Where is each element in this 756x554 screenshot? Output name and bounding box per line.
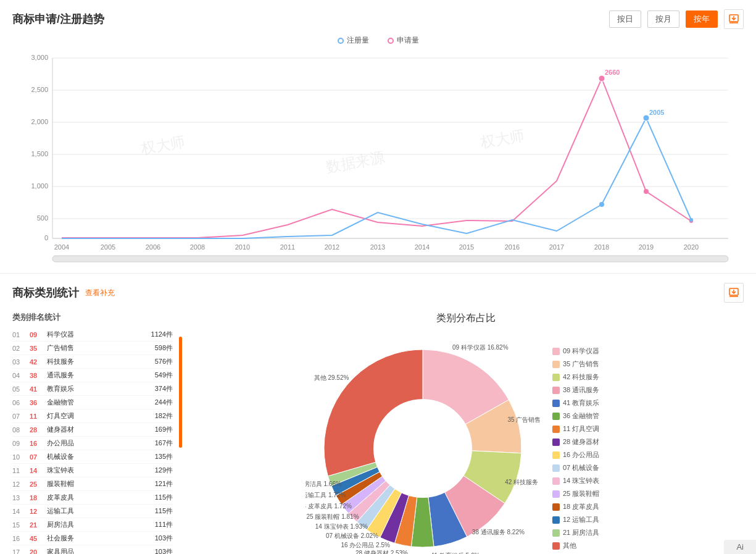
- name-col: 通讯服务: [47, 371, 145, 380]
- table-row: 06 36 金融物管 244件: [12, 396, 173, 409]
- table-row: 12 25 服装鞋帽 121件: [12, 477, 173, 491]
- svg-text:1,000: 1,000: [31, 182, 48, 190]
- count-col: 129件: [145, 466, 173, 475]
- count-col: 115件: [145, 493, 173, 502]
- legend-label: 16 办公用品: [563, 450, 599, 460]
- pie-legend-item: 09 科学仪器: [552, 346, 626, 356]
- rank-col: 11: [12, 467, 30, 474]
- top-header: 商标申请/注册趋势 按日 按月 按年: [12, 9, 744, 29]
- count-col: 598件: [145, 343, 173, 353]
- rank-col: 15: [12, 521, 30, 529]
- svg-text:2,000: 2,000: [31, 118, 48, 125]
- table-row: 08 28 健身器材 169件: [12, 423, 173, 437]
- svg-text:2019: 2019: [639, 243, 654, 251]
- name-col: 皮革皮具: [47, 493, 145, 502]
- svg-text:2005: 2005: [101, 243, 115, 251]
- pie-legend-item: 其他: [552, 541, 626, 550]
- name-col: 金融物管: [47, 398, 145, 407]
- by-month-button[interactable]: 按月: [647, 10, 679, 28]
- by-year-button[interactable]: 按年: [686, 10, 718, 28]
- table-rows-container: 01 09 科学仪器 1124件 02 35 广告销售 598件 03 42 科…: [12, 328, 173, 554]
- count-col: 549件: [145, 371, 173, 380]
- count-col: 103件: [145, 534, 173, 543]
- svg-text:2015: 2015: [459, 243, 474, 251]
- legend-label: 07 机械设备: [563, 463, 599, 472]
- table-row: 11 14 珠宝钟表 129件: [12, 464, 173, 477]
- num-col: 25: [30, 481, 47, 488]
- table-row: 04 38 通讯服务 549件: [12, 369, 173, 382]
- legend-label: 35 广告销售: [563, 359, 599, 369]
- view-supplement-link[interactable]: 查看补充: [85, 288, 115, 298]
- legend-color: [552, 529, 560, 537]
- name-col: 服装鞋帽: [47, 479, 145, 489]
- name-col: 广告销售: [47, 343, 145, 353]
- count-col: 167件: [145, 439, 173, 448]
- legend-label: 14 珠宝钟表: [563, 476, 599, 485]
- rank-col: 10: [12, 453, 30, 461]
- export-button[interactable]: [724, 9, 744, 29]
- legend-label: 25 服装鞋帽: [563, 489, 599, 498]
- num-col: 18: [30, 494, 47, 502]
- num-col: 20: [30, 548, 47, 555]
- svg-text:2011: 2011: [280, 243, 295, 251]
- svg-text:3,000: 3,000: [31, 54, 48, 61]
- count-col: 135件: [145, 452, 173, 461]
- table-row: 09 16 办公用品 167件: [12, 437, 173, 450]
- pie-legend-item: 18 皮革皮具: [552, 502, 626, 511]
- table-row: 13 18 皮革皮具 115件: [12, 491, 173, 505]
- svg-text:2006: 2006: [146, 243, 160, 251]
- bottom-export-icon: [728, 287, 739, 298]
- name-col: 厨房洁具: [47, 520, 145, 529]
- registration-label: 注册量: [347, 35, 369, 46]
- pie-legend-item: 38 通讯服务: [552, 385, 626, 395]
- rank-col: 08: [12, 426, 30, 434]
- legend-color: [552, 477, 560, 485]
- table-header: 类别排名统计: [12, 312, 173, 323]
- name-col: 科学仪器: [47, 330, 145, 339]
- num-col: 38: [30, 372, 47, 379]
- bottom-export-button[interactable]: [724, 283, 744, 303]
- svg-point-39: [644, 189, 649, 194]
- pie-legend-item: 42 科技服务: [552, 372, 626, 382]
- legend-color: [552, 413, 560, 420]
- table-row: 15 21 厨房洁具 111件: [12, 518, 173, 532]
- count-col: 111件: [145, 520, 173, 529]
- name-col: 教育娱乐: [47, 384, 145, 393]
- legend-color: [552, 426, 560, 433]
- svg-text:2016: 2016: [505, 243, 520, 251]
- legend-color: [552, 516, 560, 524]
- svg-text:2018: 2018: [594, 243, 609, 251]
- legend-color: [552, 464, 560, 472]
- svg-text:2013: 2013: [370, 243, 385, 251]
- bottom-header: 商标类别统计 查看补充: [12, 283, 744, 303]
- table-row: 05 41 教育娱乐 374件: [12, 382, 173, 396]
- name-col: 社会服务: [47, 534, 145, 543]
- pie-legend-item: 36 金融物管: [552, 411, 626, 421]
- pie-chart-title: 类别分布占比: [436, 312, 496, 325]
- pie-legend-item: 16 办公用品: [552, 450, 626, 460]
- svg-rect-45: [52, 256, 728, 262]
- by-day-button[interactable]: 按日: [609, 10, 641, 28]
- legend-color: [552, 542, 560, 550]
- orange-bar: [179, 337, 182, 448]
- rank-col: 05: [12, 385, 30, 393]
- svg-text:2005: 2005: [649, 109, 664, 116]
- rank-col: 07: [12, 413, 30, 420]
- pie-legend-item: 12 运输工具: [552, 515, 626, 524]
- num-col: 12: [30, 508, 47, 515]
- name-col: 科技服务: [47, 357, 145, 366]
- count-col: 115件: [145, 506, 173, 516]
- legend-color: [552, 361, 560, 368]
- table-row: 03 42 科技服务 576件: [12, 355, 173, 369]
- rank-col: 06: [12, 399, 30, 406]
- legend-application: 申请量: [388, 35, 419, 46]
- pie-legend-item: 21 厨房洁具: [552, 528, 626, 537]
- name-col: 家具用品: [47, 547, 145, 554]
- count-col: 103件: [145, 547, 173, 554]
- legend-label: 12 运输工具: [563, 515, 599, 524]
- num-col: 07: [30, 453, 47, 461]
- name-col: 灯具空调: [47, 411, 145, 421]
- num-col: 21: [30, 521, 47, 529]
- svg-text:2017: 2017: [549, 243, 564, 251]
- svg-point-44: [689, 218, 693, 222]
